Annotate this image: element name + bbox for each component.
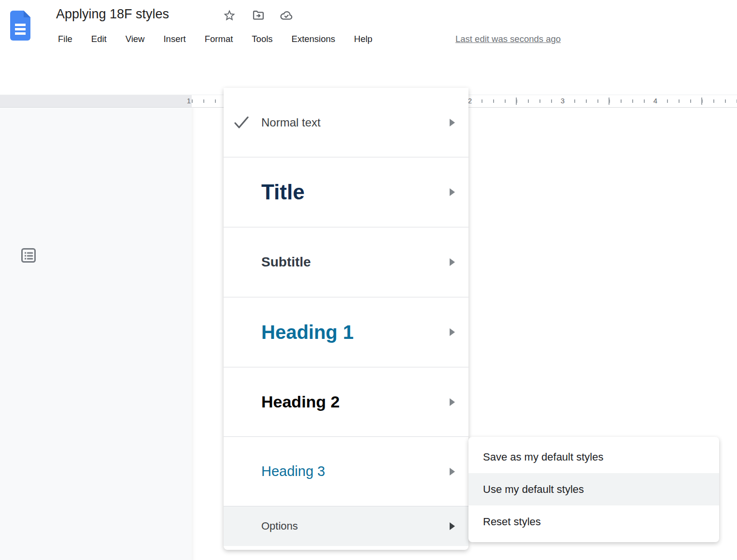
menu-format[interactable]: Format bbox=[203, 33, 235, 45]
submenu-item-use-default-styles[interactable]: Use my default styles bbox=[468, 473, 719, 505]
menubar: File Edit View Insert Format Tools Exten… bbox=[56, 33, 374, 45]
options-label: Options bbox=[261, 520, 298, 532]
style-preview-normal-text: Normal text bbox=[261, 116, 321, 129]
ruler-label: 3 bbox=[558, 97, 567, 105]
style-preview-subtitle: Subtitle bbox=[261, 254, 311, 270]
submenu-arrow-icon bbox=[450, 522, 455, 530]
menu-edit[interactable]: Edit bbox=[89, 33, 109, 45]
submenu-arrow-icon bbox=[450, 398, 455, 406]
style-preview-title: Title bbox=[261, 180, 305, 204]
submenu-arrow-icon bbox=[450, 119, 455, 126]
document-title[interactable]: Applying 18F styles bbox=[56, 7, 169, 22]
menu-item-normal-text[interactable]: Normal text bbox=[224, 88, 468, 157]
ruler-label: 1 bbox=[184, 97, 193, 105]
menu-file[interactable]: File bbox=[56, 33, 74, 45]
cloud-saved-icon[interactable] bbox=[280, 9, 293, 22]
ruler-margin-area bbox=[0, 95, 192, 107]
ruler-label: 4 bbox=[651, 97, 660, 105]
submenu-arrow-icon bbox=[450, 258, 455, 266]
menu-tools[interactable]: Tools bbox=[250, 33, 274, 45]
submenu-item-save-default-styles[interactable]: Save as my default styles bbox=[468, 441, 719, 473]
menu-item-subtitle[interactable]: Subtitle bbox=[224, 227, 468, 297]
google-docs-logo-icon[interactable] bbox=[10, 11, 30, 41]
menu-view[interactable]: View bbox=[124, 33, 147, 45]
menu-insert[interactable]: Insert bbox=[161, 33, 187, 45]
checkmark-icon bbox=[233, 116, 250, 129]
options-submenu: Save as my default styles Use my default… bbox=[468, 437, 719, 542]
ruler-half-inch-tick bbox=[701, 98, 702, 105]
menu-extensions[interactable]: Extensions bbox=[290, 33, 338, 45]
submenu-item-reset-styles[interactable]: Reset styles bbox=[468, 505, 719, 538]
move-folder-icon[interactable] bbox=[252, 9, 265, 22]
last-edit-link[interactable]: Last edit was seconds ago bbox=[455, 34, 561, 44]
menu-item-heading-3[interactable]: Heading 3 bbox=[224, 437, 468, 506]
submenu-arrow-icon bbox=[450, 468, 455, 476]
menu-help[interactable]: Help bbox=[352, 33, 374, 45]
menu-item-heading-1[interactable]: Heading 1 bbox=[224, 297, 468, 367]
style-preview-heading-1: Heading 1 bbox=[261, 322, 354, 343]
submenu-arrow-icon bbox=[450, 328, 455, 336]
style-preview-heading-3: Heading 3 bbox=[261, 463, 325, 479]
menu-item-heading-2[interactable]: Heading 2 bbox=[224, 367, 468, 436]
submenu-arrow-icon bbox=[450, 188, 455, 196]
star-icon[interactable] bbox=[223, 9, 236, 22]
app-header: Applying 18F styles File Edit View Inser… bbox=[0, 0, 737, 54]
document-outline-icon[interactable] bbox=[20, 247, 37, 264]
ruler-half-inch-tick bbox=[609, 98, 609, 105]
menu-item-options[interactable]: Options bbox=[224, 506, 468, 546]
menu-item-title[interactable]: Title bbox=[224, 157, 468, 227]
paragraph-styles-menu: Normal text Title Subtitle Heading 1 Hea… bbox=[224, 88, 468, 550]
style-preview-heading-2: Heading 2 bbox=[261, 392, 340, 411]
ruler-half-inch-tick bbox=[516, 98, 517, 105]
